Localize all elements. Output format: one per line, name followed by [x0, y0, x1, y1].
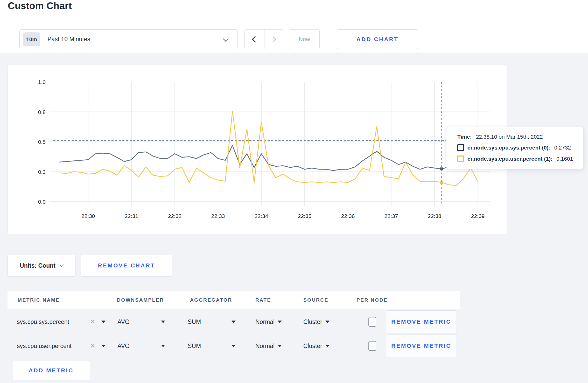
x-axis-tick: 22:36 — [341, 213, 355, 219]
tooltip-time-label: Time: — [457, 134, 472, 140]
crosshair-dot — [440, 167, 443, 170]
tooltip-time-value: 22:38:10 on Mar 15th, 2022 — [476, 134, 543, 140]
remove-metric-button[interactable]: REMOVE METRIC — [386, 335, 457, 357]
downsampler-select[interactable]: AVG — [117, 335, 130, 357]
content-area: 1.00.80.50.30.022:3022:3122:3222:3322:34… — [0, 53, 588, 383]
units-dropdown[interactable]: Units: Count — [8, 255, 75, 276]
rate-value: Normal — [255, 318, 275, 325]
source-select[interactable]: Cluster — [303, 310, 330, 333]
aggregator-select[interactable]: SUM — [188, 335, 201, 357]
per-node-checkbox[interactable] — [368, 341, 376, 351]
metric-row: sys.cpu.sys.percent✕AVGSUMNormalClusterR… — [8, 310, 460, 333]
caret-down-icon — [161, 345, 165, 347]
tooltip-series-value: 0.1601 — [556, 156, 573, 162]
chevron-right-icon — [270, 36, 276, 42]
x-axis-tick: 22:34 — [255, 213, 268, 219]
caret-down-icon — [161, 321, 165, 323]
metrics-table-header: METRIC NAMEDOWNSAMPLERAGGREGATORRATESOUR… — [8, 291, 460, 309]
metric-name-value[interactable]: sys.cpu.sys.percent — [17, 310, 69, 333]
column-header-downsampler: DOWNSAMPLER — [117, 291, 164, 309]
time-range-picker[interactable]: 10m Past 10 Minutes — [19, 29, 237, 49]
tooltip-series-name: cr.node.sys.cpu.sys.percent (0): — [467, 145, 550, 151]
metric-select-caret[interactable] — [101, 335, 106, 357]
x-axis-tick: 22:35 — [298, 213, 312, 219]
x-axis-tick: 22:39 — [471, 213, 485, 219]
rate-select[interactable]: Normal — [255, 310, 282, 333]
time-range-badge: 10m — [23, 32, 40, 46]
downsampler-caret[interactable] — [161, 335, 165, 357]
tooltip-series-row: cr.node.sys.cpu.user.percent (1):0.1601 — [457, 155, 583, 162]
time-nav-group — [244, 29, 284, 49]
caret-down-icon — [278, 321, 282, 323]
x-axis-tick: 22:38 — [428, 213, 442, 219]
source-value: Cluster — [303, 343, 322, 350]
column-header-rate: RATE — [255, 291, 271, 309]
remove-chart-button[interactable]: REMOVE CHART — [81, 255, 172, 276]
y-axis-tick: 0.0 — [38, 199, 46, 205]
aggregator-caret[interactable] — [232, 310, 236, 333]
metrics-table: METRIC NAMEDOWNSAMPLERAGGREGATORRATESOUR… — [8, 291, 460, 383]
y-axis-tick: 0.5 — [38, 139, 46, 145]
time-forward-button[interactable] — [264, 30, 284, 49]
source-select[interactable]: Cluster — [303, 335, 330, 357]
time-back-button[interactable] — [245, 30, 264, 49]
x-axis-tick: 22:33 — [211, 213, 225, 219]
tooltip-time: Time: 22:38:10 on Mar 15th, 2022 — [457, 134, 583, 140]
caret-down-icon — [325, 321, 330, 323]
source-value: Cluster — [303, 318, 322, 325]
page-title: Custom Chart — [8, 1, 72, 11]
tooltip-series-name: cr.node.sys.cpu.user.percent (1): — [467, 156, 552, 162]
caret-down-icon — [101, 345, 106, 347]
caret-down-icon — [325, 345, 330, 347]
y-axis-tick: 0.8 — [38, 109, 46, 115]
column-header-aggregator: AGGREGATOR — [190, 291, 232, 309]
metric-name-value[interactable]: sys.cpu.user.percent — [17, 335, 72, 357]
remove-metric-button[interactable]: REMOVE METRIC — [386, 310, 457, 333]
series-swatch-icon — [457, 155, 464, 162]
custom-chart-page: Custom Chart 10m Past 10 Minutes Now ADD… — [0, 0, 588, 383]
column-header-per-node: PER NODE — [356, 291, 388, 309]
title-divider — [0, 15, 588, 15]
add-metric-button[interactable]: ADD METRIC — [12, 361, 90, 380]
y-axis-tick: 0.3 — [38, 169, 46, 175]
chart-card: 1.00.80.50.30.022:3022:3122:3222:3322:34… — [8, 64, 507, 235]
caret-down-icon — [232, 321, 236, 323]
caret-down-icon — [278, 345, 282, 347]
chart-plot-area[interactable]: 1.00.80.50.30.022:3022:3122:3222:3322:34… — [8, 65, 507, 235]
now-button[interactable]: Now — [289, 29, 320, 49]
x-axis-tick: 22:37 — [384, 213, 398, 219]
tooltip-series-row: cr.node.sys.cpu.sys.percent (0):0.2732 — [457, 144, 583, 151]
clear-metric-icon[interactable]: ✕ — [90, 335, 95, 357]
y-axis-tick: 1.0 — [38, 79, 46, 85]
chevron-left-icon — [252, 36, 258, 42]
caret-down-icon — [232, 345, 236, 347]
downsampler-select[interactable]: AVG — [117, 310, 130, 333]
chevron-down-icon — [223, 36, 229, 42]
metric-row: sys.cpu.user.percent✕AVGSUMNormalCluster… — [8, 335, 460, 357]
downsampler-caret[interactable] — [161, 310, 165, 333]
column-header-metric-name: METRIC NAME — [18, 291, 60, 309]
chevron-down-icon — [59, 263, 64, 267]
time-range-label: Past 10 Minutes — [47, 36, 90, 43]
caret-down-icon — [101, 321, 106, 323]
series-line-cr.node.sys.cpu.user.percent — [59, 111, 478, 186]
column-header-source: SOURCE — [303, 291, 328, 309]
add-chart-button[interactable]: ADD CHART — [337, 29, 418, 49]
clear-metric-icon[interactable]: ✕ — [90, 310, 95, 333]
aggregator-select[interactable]: SUM — [188, 310, 201, 333]
units-label: Units: Count — [20, 262, 55, 269]
x-axis-tick: 22:32 — [168, 213, 182, 219]
chart-tooltip: Time: 22:38:10 on Mar 15th, 2022 cr.node… — [446, 127, 584, 169]
aggregator-caret[interactable] — [232, 335, 236, 357]
toolbar-left-divider — [8, 29, 8, 49]
series-swatch-icon — [457, 144, 464, 151]
tooltip-series-value: 0.2732 — [554, 145, 571, 151]
x-axis-tick: 22:30 — [81, 213, 95, 219]
per-node-checkbox[interactable] — [368, 317, 376, 327]
rate-select[interactable]: Normal — [255, 335, 282, 357]
rate-value: Normal — [255, 343, 275, 350]
series-line-cr.node.sys.cpu.sys.percent — [59, 145, 478, 171]
crosshair-dot — [440, 181, 443, 184]
x-axis-tick: 22:31 — [125, 213, 138, 219]
metric-select-caret[interactable] — [101, 310, 106, 333]
